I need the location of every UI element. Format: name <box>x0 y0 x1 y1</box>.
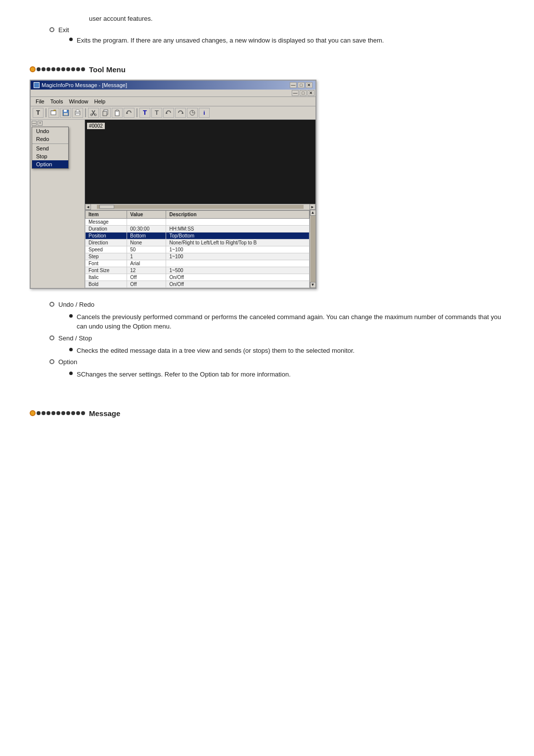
msg-dot-6 <box>61 411 65 415</box>
tree-expand[interactable]: + <box>38 121 43 126</box>
canvas: #0002 <box>85 120 315 204</box>
toolbar-btn-T[interactable]: T <box>33 108 44 118</box>
message-dot-row <box>30 410 86 416</box>
menu-stop[interactable]: Stop <box>32 152 68 160</box>
table-row[interactable]: Duration00:30:00HH:MM:SS <box>86 225 310 232</box>
table-row[interactable]: ItalicOffOn/Off <box>86 274 310 281</box>
send-stop-desc-row: Checks the edited message data in a tree… <box>30 346 504 356</box>
properties-table: Item Value Description MessageDuration00… <box>85 210 310 288</box>
toolbar-btn-open[interactable] <box>48 108 59 118</box>
menu-redo[interactable]: Redo <box>32 135 68 143</box>
main-canvas-area: #0002 ◄ ► <box>85 120 315 288</box>
tool-menu-title: Tool Menu <box>89 65 126 74</box>
table-row[interactable]: Step11~100 <box>86 253 310 260</box>
msg-dot-8 <box>71 411 75 415</box>
menu-send[interactable]: Send <box>32 144 68 152</box>
svg-rect-0 <box>51 111 56 115</box>
tree-collapse[interactable]: — <box>32 121 37 126</box>
svg-rect-15 <box>116 110 118 111</box>
table-row[interactable]: PositionBottomTop/Bottom <box>86 232 310 239</box>
scroll-down-arrow[interactable]: ▼ <box>310 282 316 288</box>
table-row[interactable]: BoldOffOn/Off <box>86 281 310 287</box>
scroll-up-arrow[interactable]: ▲ <box>310 210 316 216</box>
dot-7 <box>66 67 70 71</box>
toolbar-btn-info[interactable]: i <box>199 108 210 118</box>
dot-9 <box>76 67 80 71</box>
close-button[interactable]: ✕ <box>306 82 312 88</box>
menu-undo[interactable]: Undo <box>32 127 68 135</box>
descriptions-section: Undo / Redo Cancels the previously perfo… <box>30 301 504 379</box>
app-window: MagicInfoPro Message - [Message] — □ ✕ —… <box>30 80 316 289</box>
toolbar-btn-undo2[interactable] <box>163 108 174 118</box>
toolbar-separator-1 <box>45 108 46 117</box>
option-dot <box>69 372 73 375</box>
toolbar-btn-undo[interactable] <box>124 108 134 118</box>
table-row[interactable]: DirectionNoneNone/Right to Left/Left to … <box>86 239 310 246</box>
toolbar-btn-T3[interactable]: T <box>151 108 162 118</box>
toolbar-btn-copy[interactable] <box>100 108 111 118</box>
send-stop-dot <box>69 348 73 351</box>
sidebar-tree: — + Undo Redo Send Stop Option <box>32 121 84 169</box>
msg-dot-7 <box>66 411 70 415</box>
menu-window[interactable]: Window <box>66 98 91 105</box>
title-bar-controls[interactable]: — □ ✕ <box>290 82 312 88</box>
toolbar-btn-paste[interactable] <box>112 108 123 118</box>
app-title: MagicInfoPro Message - [Message] <box>42 82 127 88</box>
undo-redo-section: Undo / Redo <box>30 301 504 308</box>
table-row[interactable]: FontArial <box>86 260 310 267</box>
minimize-button[interactable]: — <box>290 82 297 88</box>
table-row[interactable]: Speed501~100 <box>86 246 310 253</box>
msg-dot-10 <box>81 411 85 415</box>
msg-dot-1 <box>37 411 41 415</box>
menu-option[interactable]: Option <box>32 160 68 168</box>
scroll-track-v[interactable] <box>311 216 315 282</box>
toolbar-btn-e[interactable] <box>187 108 198 118</box>
svg-rect-4 <box>64 113 68 115</box>
counter-text: #0002 <box>87 123 105 129</box>
option-desc-row: SChanges the server settings. Refer to t… <box>30 370 504 379</box>
scroll-thumb-h[interactable] <box>99 205 114 209</box>
inner-restore[interactable]: □ <box>300 90 307 96</box>
window-content: — + Undo Redo Send Stop Option <box>31 120 315 288</box>
exit-label: Exit <box>58 26 69 34</box>
msg-dot-4 <box>51 411 55 415</box>
dot-orange <box>30 66 36 72</box>
undo-redo-label: Undo / Redo <box>58 301 94 308</box>
toolbar-btn-save[interactable] <box>60 108 71 118</box>
table-row[interactable]: Font Size121~500 <box>86 267 310 274</box>
msg-dot-orange <box>30 410 36 416</box>
h-scrollbar[interactable]: ◄ ► <box>85 204 315 210</box>
data-table-container: Item Value Description MessageDuration00… <box>85 210 310 288</box>
toolbar-btn-redo[interactable] <box>175 108 186 118</box>
menu-file[interactable]: File <box>33 98 47 105</box>
table-row[interactable]: Message <box>86 218 310 225</box>
inner-minimize[interactable]: — <box>292 90 299 96</box>
v-scrollbar[interactable]: ▲ ▼ <box>310 210 315 288</box>
undo-redo-dot <box>69 314 73 318</box>
svg-rect-7 <box>76 114 80 115</box>
inner-close[interactable]: ✕ <box>308 90 314 96</box>
title-bar-left: MagicInfoPro Message - [Message] <box>34 82 127 88</box>
toolbar-separator-3 <box>136 108 137 117</box>
exit-desc: Exits the program. If there are any unsa… <box>77 36 384 46</box>
dot-6 <box>61 67 65 71</box>
message-section-header: Message <box>30 409 504 418</box>
msg-dot-9 <box>76 411 80 415</box>
restore-button[interactable]: □ <box>298 82 305 88</box>
sidebar-panel: — + Undo Redo Send Stop Option <box>31 120 85 288</box>
message-counter: #0002 <box>87 122 105 129</box>
option-desc: SChanges the server settings. Refer to t… <box>77 370 291 379</box>
scroll-track-h[interactable] <box>97 205 304 209</box>
inner-controls[interactable]: — □ ✕ <box>292 90 314 96</box>
send-stop-circle <box>49 335 54 340</box>
option-circle <box>49 359 54 364</box>
toolbar-btn-print[interactable] <box>72 108 83 118</box>
toolbar-btn-T2[interactable]: T <box>139 108 150 118</box>
menu-tools[interactable]: Tools <box>47 98 66 105</box>
scroll-right-arrow[interactable]: ► <box>310 204 315 210</box>
scroll-left-arrow[interactable]: ◄ <box>85 204 91 210</box>
undo-redo-desc: Cancels the previously performed command… <box>77 312 504 331</box>
menu-help[interactable]: Help <box>91 98 109 105</box>
toolbar-btn-cut[interactable] <box>88 108 99 118</box>
send-stop-label: Send / Stop <box>58 334 92 342</box>
